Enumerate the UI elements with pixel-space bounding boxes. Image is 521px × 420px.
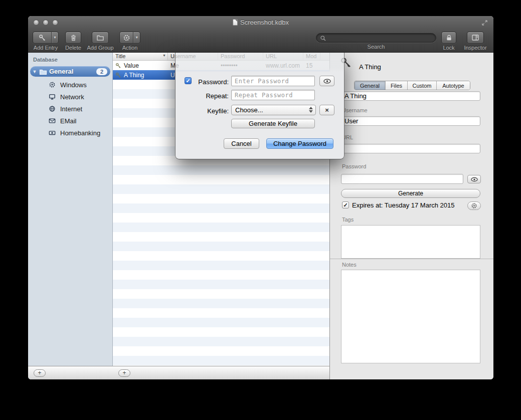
empty-row (113, 308, 329, 318)
lock-button[interactable]: Lock (441, 32, 456, 51)
sidebar-item-network[interactable]: Network (28, 91, 112, 103)
disclosure-triangle-icon[interactable]: ▼ (30, 69, 39, 74)
dialog-password-input[interactable] (231, 76, 315, 86)
inspector-entry-title: A Thing (359, 63, 381, 71)
username-label: Username (342, 107, 368, 113)
close-button[interactable] (33, 20, 39, 26)
delete-button[interactable]: Delete (64, 32, 82, 51)
sidebar-item-email[interactable]: EMail (28, 115, 112, 127)
email-icon (48, 117, 56, 125)
folder-icon (96, 32, 104, 43)
inspector-panel: A Thing GeneralFilesCustomAutotype Usern… (329, 53, 493, 379)
search-input[interactable] (328, 34, 432, 42)
dialog-reveal-password-button[interactable] (319, 76, 334, 86)
add-group-plus-button[interactable]: + (34, 369, 46, 377)
search-area: Search (316, 33, 436, 50)
title-field[interactable] (341, 91, 480, 101)
list-bottom-bar: + (113, 366, 329, 379)
key-icon (115, 72, 122, 78)
change-password-button[interactable]: Change Password (266, 138, 333, 149)
sidebar-item-label: Windows (60, 81, 87, 89)
dialog-keyfile-label: Keyfile: (176, 107, 229, 115)
change-password-sheet: ✓ Password: Repeat: Keyfile: Choose... ×… (175, 53, 344, 159)
generate-keyfile-button[interactable]: Generate Keyfile (231, 119, 315, 128)
empty-row (113, 203, 329, 213)
eye-icon (323, 79, 331, 84)
titlebar[interactable]: Screenshot.kdbx (28, 16, 493, 29)
inspector-label: Inspector (462, 45, 489, 51)
expires-checkbox[interactable]: ✓ (342, 201, 349, 208)
lock-icon (445, 32, 453, 43)
add-group-label: Add Group (86, 45, 115, 51)
password-field[interactable] (341, 174, 463, 184)
reveal-password-button[interactable] (467, 175, 481, 183)
network-icon (48, 93, 56, 101)
toolbar: ▾ Add Entry Delete (28, 29, 493, 53)
inspector-tabs: GeneralFilesCustomAutotype (354, 81, 470, 90)
document-icon (233, 19, 238, 26)
sidebar-group-general[interactable]: ▼ General 2 (30, 66, 110, 77)
add-entry-plus-button[interactable]: + (118, 369, 130, 377)
chevron-down-icon: ▾ (133, 32, 140, 43)
sidebar-group-label: General (49, 68, 96, 75)
key-icon (33, 32, 51, 43)
popup-stepper-icon (309, 107, 313, 113)
delete-label: Delete (64, 45, 82, 51)
notes-input[interactable] (341, 270, 480, 363)
sidebar-item-homebanking[interactable]: Homebanking (28, 127, 112, 139)
lock-label: Lock (441, 45, 456, 51)
tab-custom[interactable]: Custom (408, 81, 437, 90)
inspector-button[interactable]: Inspector (462, 32, 489, 51)
keyfile-popup[interactable]: Choose... (231, 105, 316, 115)
minimize-button[interactable] (43, 20, 49, 26)
tags-label: Tags (342, 217, 354, 223)
inspector-divider (330, 259, 493, 259)
add-entry-label: Add Entry (32, 45, 59, 51)
empty-row (113, 194, 329, 203)
tab-autotype[interactable]: Autotype (437, 81, 470, 90)
sidebar-bottom-bar: + (28, 366, 113, 379)
zoom-button[interactable] (52, 20, 58, 26)
action-label: Action (119, 45, 141, 51)
empty-row (113, 184, 329, 194)
inspector-panel-icon (471, 32, 479, 43)
sidebar-items: WindowsNetworkInternetEMailHomebanking (28, 79, 112, 139)
action-button[interactable]: ▾ Action (119, 32, 141, 51)
sidebar-item-label: EMail (60, 117, 77, 125)
add-entry-button[interactable]: ▾ Add Entry (32, 32, 59, 51)
fullscreen-icon[interactable] (481, 19, 488, 27)
sidebar-item-internet[interactable]: Internet (28, 103, 112, 115)
empty-row (113, 261, 329, 270)
eye-icon (471, 177, 478, 182)
url-field[interactable] (341, 144, 480, 153)
tags-input[interactable] (341, 225, 480, 259)
empty-row (113, 223, 329, 232)
empty-row (113, 213, 329, 223)
entry-count-badge: 2 (96, 68, 107, 75)
add-group-button[interactable]: Add Group (86, 32, 115, 51)
expires-label: Expires at: Tuesday 17 March 2015 (352, 201, 455, 209)
sidebar-item-label: Internet (60, 105, 82, 113)
close-icon: × (325, 106, 329, 114)
column-header-title[interactable]: Title▼ (113, 53, 168, 60)
sort-indicator-icon: ▼ (162, 54, 166, 57)
username-field[interactable] (341, 116, 480, 126)
sidebar-item-windows[interactable]: Windows (28, 79, 112, 91)
generate-button[interactable]: Generate (341, 189, 480, 198)
empty-row (113, 327, 329, 337)
gear-icon (120, 32, 133, 43)
tab-general[interactable]: General (355, 81, 386, 90)
search-field[interactable] (316, 33, 436, 43)
sidebar-item-label: Network (60, 93, 84, 101)
cancel-button[interactable]: Cancel (224, 138, 259, 149)
empty-row (113, 280, 329, 289)
empty-row (113, 232, 329, 242)
internet-icon (48, 105, 56, 113)
clear-keyfile-button[interactable]: × (319, 105, 334, 115)
key-icon (115, 63, 122, 69)
tab-files[interactable]: Files (386, 81, 408, 90)
password-label: Password (342, 163, 366, 169)
empty-row (113, 337, 329, 346)
expires-gear-button[interactable] (467, 201, 481, 210)
dialog-repeat-input[interactable] (231, 90, 315, 100)
